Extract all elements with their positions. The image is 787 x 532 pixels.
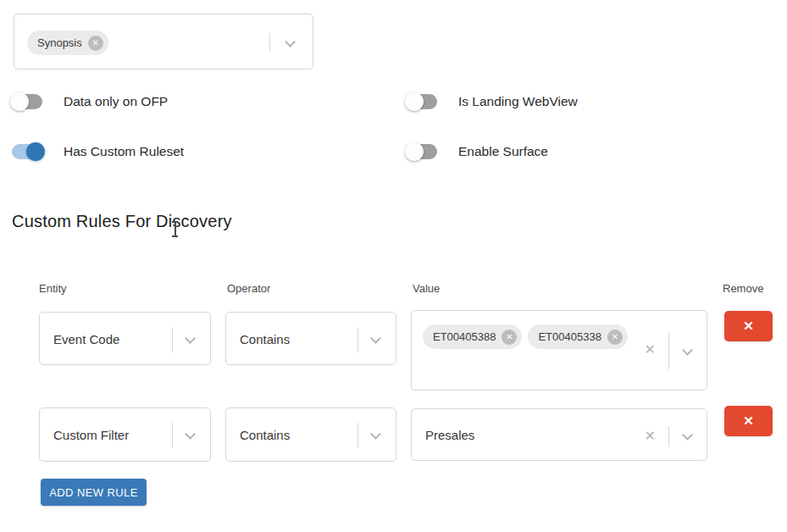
toggle-row-is-landing-webview: Is Landing WebView (407, 91, 578, 112)
column-header-operator: Operator (227, 282, 270, 295)
select-divider (357, 423, 358, 448)
select-divider (172, 327, 173, 352)
value-select-row2[interactable]: Presales ✕ (411, 408, 707, 461)
chip-close-icon[interactable]: ✕ (88, 36, 103, 51)
select-divider (357, 327, 358, 352)
select-divider (269, 33, 270, 52)
toggle-label: Enable Surface (458, 144, 548, 159)
remove-rule-button-row1[interactable]: ✕ (724, 311, 773, 341)
select-divider (668, 426, 669, 446)
has-custom-ruleset-switch[interactable] (12, 144, 42, 159)
chevron-down-icon[interactable] (185, 429, 196, 440)
data-only-on-ofp-switch[interactable] (12, 94, 42, 109)
value-chip: ET00405338 ✕ (528, 324, 627, 349)
remove-rule-button-row2[interactable]: ✕ (724, 406, 773, 436)
add-new-rule-button[interactable]: ADD NEW RULE (41, 479, 147, 506)
remove-x-icon: ✕ (743, 413, 754, 429)
operator-select-row1[interactable]: Contains (225, 312, 396, 365)
selected-tag-label: Synopsis (37, 36, 82, 49)
toggle-row-enable-surface: Enable Surface (407, 141, 548, 162)
enable-surface-switch[interactable] (407, 144, 437, 159)
chevron-down-icon[interactable] (370, 429, 381, 440)
remove-x-icon: ✕ (743, 319, 754, 334)
entity-select-value: Custom Filter (53, 428, 129, 442)
operator-select-value: Contains (240, 331, 290, 346)
value-multiselect-row1[interactable]: ET00405388 ✕ ET00405338 ✕ ✕ (411, 310, 707, 391)
entity-select-row2[interactable]: Custom Filter (39, 407, 211, 462)
operator-select-row2[interactable]: Contains (225, 407, 396, 462)
select-divider (668, 332, 669, 369)
chevron-down-icon[interactable] (682, 429, 693, 441)
column-header-value: Value (413, 282, 440, 295)
clear-icon[interactable]: ✕ (645, 343, 656, 357)
text-cursor (171, 221, 179, 237)
chip-close-icon[interactable]: ✕ (607, 330, 623, 345)
value-chip: ET00405388 ✕ (423, 324, 522, 349)
toggle-label: Data only on OFP (64, 94, 168, 109)
chevron-down-icon[interactable] (285, 36, 296, 47)
toggle-row-has-custom-ruleset: Has Custom Ruleset (12, 141, 184, 162)
custom-ruleset-form: Synopsis ✕ Data only on OFP Is Landing W… (0, 0, 787, 532)
chevron-down-icon[interactable] (370, 333, 381, 344)
chip-close-icon[interactable]: ✕ (502, 330, 517, 345)
value-select-text: Presales (425, 428, 474, 442)
value-chip-label: ET00405388 (433, 330, 496, 343)
switch-knob (10, 92, 29, 111)
entity-select-row1[interactable]: Event Code (39, 312, 211, 365)
select-divider (172, 423, 173, 448)
clear-icon[interactable]: ✕ (645, 429, 656, 443)
is-landing-webview-switch[interactable] (407, 94, 437, 109)
synopsis-multiselect[interactable]: Synopsis ✕ (14, 14, 313, 69)
selected-tag-chip: Synopsis ✕ (27, 30, 108, 55)
column-header-remove: Remove (723, 282, 763, 295)
chevron-down-icon[interactable] (682, 345, 693, 356)
value-chips: ET00405388 ✕ ET00405338 ✕ (423, 324, 628, 349)
chevron-down-icon[interactable] (185, 333, 196, 344)
entity-select-value: Event Code (53, 331, 119, 346)
switch-knob (26, 142, 45, 161)
switch-knob (405, 142, 424, 161)
toggle-label: Is Landing WebView (458, 94, 578, 109)
value-chip-label: ET00405338 (538, 330, 601, 343)
switch-knob (405, 92, 424, 111)
operator-select-value: Contains (240, 428, 290, 442)
toggle-row-data-only-on-ofp: Data only on OFP (12, 91, 168, 112)
section-title: Custom Rules For Discovery (12, 212, 232, 231)
toggle-label: Has Custom Ruleset (64, 144, 184, 159)
column-header-entity: Entity (39, 282, 67, 295)
